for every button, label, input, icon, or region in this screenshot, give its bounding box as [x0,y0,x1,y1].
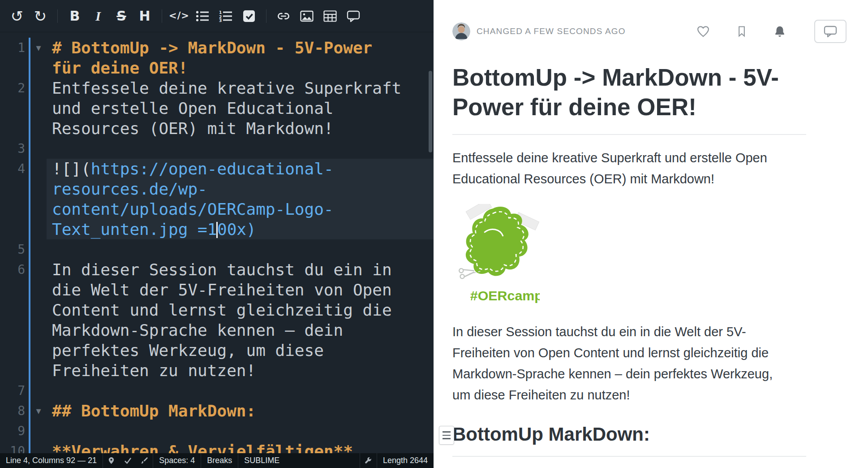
fold-gutter [30,381,47,401]
editor-row: Content und lernst gleichzeitig die [0,300,434,320]
undo-button[interactable]: ↺ [5,5,29,27]
redo-button[interactable]: ↻ [29,5,52,27]
editor-toolbar: ↺ ↻ B I S H </> 1 2 3 [0,0,434,32]
code-token-text: In dieser Session tauchst du ein in [52,260,392,279]
code-token-text: Content und lernst gleichzeitig die [52,301,392,319]
code-token-url: https://open-educational- [91,160,334,178]
bookmark-icon[interactable] [735,24,748,39]
code-line[interactable]: perfektes Werkzeug, um diese [47,340,434,360]
line-number [0,300,29,320]
heart-icon[interactable] [696,25,710,38]
bullet-list-button[interactable] [191,5,214,27]
toolbar-separator [162,9,162,23]
link-button[interactable] [272,5,295,27]
status-bar: Line 4, Columns 92 — 21 Spaces: 4 Breaks… [0,453,434,468]
code-token-url: Text_unten.jpg =1 [52,220,217,238]
code-token-heading: ## BottomUp MarkDown: [52,402,256,420]
preview-header: CHANGED A FEW SECONDS AGO [452,20,847,43]
code-line[interactable]: die Welt der 5V-Freiheiten von Open [47,280,434,300]
code-line[interactable]: und erstelle Open Educational [47,98,434,118]
fold-gutter [30,118,47,139]
check-icon[interactable] [120,457,136,464]
editor-row: 9 [0,421,434,441]
code-line[interactable]: Text_unten.jpg =100x) [47,219,434,239]
oercamp-logo-text: #OERcamp [470,288,540,303]
line-number [0,199,29,219]
fold-gutter [30,179,47,199]
code-line[interactable]: Freiheiten zu nutzen! [47,360,434,381]
task-list-button[interactable] [237,5,261,27]
editor-row: und erstelle Open Educational [0,98,434,118]
code-line[interactable] [47,139,434,159]
oercamp-logo-image: #OERcamp [452,204,540,306]
code-line[interactable]: content/uploads/OERCamp-Logo- [47,199,434,219]
line-number: 5 [0,239,29,260]
line-number [0,280,29,300]
avatar[interactable] [452,22,470,40]
editor-row: 6In dieser Session tauchst du ein in [0,260,434,280]
numbered-list-button[interactable]: 1 2 3 [214,5,237,27]
code-token-text: Entfessele deine kreative Superkraft [52,79,401,97]
comment-bubble-icon [824,25,837,38]
breaks-indicator[interactable]: Breaks [201,456,238,465]
wrench-icon[interactable] [360,457,377,464]
keymap-indicator[interactable]: SUBLIME [238,456,285,465]
code-line[interactable]: resources.de/wp- [47,179,434,199]
svg-text:3: 3 [219,18,222,22]
heading-button[interactable]: H [133,5,156,27]
line-number [0,98,29,118]
code-line[interactable]: ![](https://open-educational- [47,159,434,179]
editor-row: Text_unten.jpg =100x) [0,219,434,239]
fold-gutter [30,300,47,320]
oercamp-logo: #OERcamp [452,204,786,308]
bullet-list-icon [196,10,209,22]
task-list-icon [243,10,255,22]
code-line[interactable]: # BottomUp -> MarkDown - 5V-Power [47,38,434,58]
editor-scrollbar[interactable] [429,71,432,152]
code-token-heading: # BottomUp -> MarkDown - 5V-Power [52,39,372,57]
line-number: 1 [0,38,29,58]
editor-row: 8▾## BottomUp MarkDown: [0,401,434,421]
last-changed-label: CHANGED A FEW SECONDS AGO [477,26,626,36]
fold-gutter [30,139,47,159]
italic-button[interactable]: I [86,5,110,27]
code-editor[interactable]: 1▾# BottomUp -> MarkDown - 5V-Powerfür d… [0,32,434,468]
code-line[interactable] [47,381,434,401]
code-line[interactable] [47,239,434,260]
document-title: BottomUp -> MarkDown - 5V-Power für dein… [452,63,786,121]
code-line[interactable]: Entfessele deine kreative Superkraft [47,78,434,98]
code-line[interactable]: Content und lernst gleichzeitig die [47,300,434,320]
editor-row: perfektes Werkzeug, um diese [0,340,434,360]
code-token-text: Freiheiten zu nutzen! [52,361,256,380]
code-line[interactable]: ## BottomUp MarkDown: [47,401,434,421]
open-comments-button[interactable] [814,20,847,43]
bold-button[interactable]: B [63,5,86,27]
code-token-text: perfektes Werkzeug, um diese [52,341,324,360]
code-line[interactable]: Markdown-Sprache kennen – dein [47,320,434,340]
code-line[interactable]: für deine OER! [47,58,434,78]
bell-icon[interactable] [773,24,786,39]
line-number [0,340,29,360]
editor-row: für deine OER! [0,58,434,78]
avatar-image [452,22,470,40]
pane-divider-handle[interactable] [439,426,454,445]
fold-chevron-icon[interactable]: ▾ [30,38,47,58]
code-token-punct: ![]( [52,160,91,178]
code-line[interactable]: In dieser Session tauchst du ein in [47,260,434,280]
code-line[interactable]: Resources (OER) mit Markdown! [47,118,434,139]
comment-button[interactable] [342,5,365,27]
pin-icon[interactable] [103,457,120,464]
line-number: 4 [0,159,29,179]
preview-content: BottomUp -> MarkDown - 5V-Power für dein… [452,63,786,457]
table-button[interactable] [318,5,342,27]
editor-row: 4![](https://open-educational- [0,159,434,179]
editor-row: 7 [0,381,434,401]
brush-icon[interactable] [136,457,153,464]
fold-gutter [30,159,47,179]
image-button[interactable] [295,5,318,27]
code-line[interactable] [47,421,434,441]
fold-chevron-icon[interactable]: ▾ [30,401,47,421]
spaces-indicator[interactable]: Spaces: 4 [153,456,201,465]
code-button[interactable]: </> [168,5,191,27]
strikethrough-button[interactable]: S [110,5,133,27]
